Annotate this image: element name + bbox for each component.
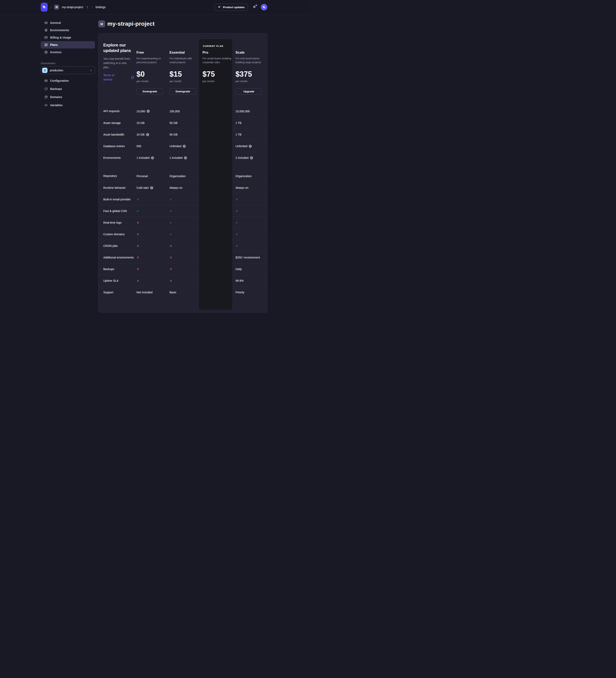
plan-price: $15 [169,70,203,78]
downgrade-button-free[interactable]: Downgrade [136,88,163,95]
feature-value: ✓ [136,197,169,201]
feature-label: Repository [103,174,134,178]
feature-row-environments: Environments1 includedi1 includedi1 incl… [98,152,267,163]
info-icon[interactable]: i [146,133,149,136]
feature-value-text: 100,000 [169,110,180,113]
sidebar-item-plans[interactable]: Plans [41,41,95,48]
info-icon[interactable]: i [150,186,153,189]
feature-value: ✓ [236,244,268,248]
feature-label: Custom domains [103,232,134,236]
environment-layers-icon [42,68,47,73]
feature-value: ✕ [136,232,169,236]
check-icon: ✓ [169,209,172,213]
breadcrumb-section: Settings [95,5,106,9]
feature-value: Always on [236,186,268,189]
feature-value: Basic [169,291,203,294]
check-icon: ✓ [169,232,172,236]
feature-value: ✕ [136,267,169,271]
feature-value: 2 includedi [236,156,268,159]
sidebar-env-item-backups[interactable]: Backups [41,85,95,93]
feature-value-text: $250 / environment [236,256,260,259]
sidebar-item-invoices[interactable]: Invoices [41,48,95,56]
feature-row-built-in-email-provider: Built-in email provider✓✓✓✓ [98,193,267,205]
info-icon[interactable]: i [147,110,150,113]
info-icon[interactable]: i [249,145,252,148]
plan-name: Free [136,50,169,54]
downgrade-button-essential[interactable]: Downgrade [169,88,196,95]
info-icon[interactable]: i [250,156,253,159]
feature-value-text: 500 [136,145,141,148]
page-layout: GeneralEnvironmentsBilling & UsagePlansI… [0,14,308,312]
feature-label: Backups [103,267,134,271]
project-switcher-icon[interactable] [86,5,89,9]
sidebar-env-item-variables[interactable]: Variables [41,101,95,109]
plan-name: Scale [236,50,268,54]
cross-icon: ✕ [136,232,139,236]
feature-row-api-requests: API requests10,000i100,0001,000,00010,00… [98,105,267,117]
feature-value: Priority [236,291,268,294]
sidebar-item-label: Plans [50,43,58,46]
notifications-button[interactable] [252,5,256,9]
environment-nav: ConfigurationBackupsDomainsVariables [41,77,95,109]
plan-price: $375 [236,70,268,78]
feature-value: 1 TB [236,121,268,124]
plan-description: For experimenting or personal projects [136,57,165,68]
top-navbar: / M my-strapi-project / Settings Product… [0,0,308,14]
external-link-icon [131,76,134,79]
cross-icon: ✕ [169,267,172,271]
plan-period: per month [236,80,268,83]
refresh-icon [44,87,48,90]
feature-value-text: Organization [236,175,252,178]
feature-value-text: 1 TB [236,133,241,136]
product-updates-button[interactable]: Product updates [214,4,248,11]
terms-of-service-link[interactable]: Terms of service [103,73,134,82]
sidebar-item-general[interactable]: General [41,19,95,27]
sidebar-item-billing-usage[interactable]: Billing & Usage [41,34,95,41]
sidebar-item-label: General [50,21,61,25]
sidebar-item-label: Backups [50,87,62,90]
sidebar-env-item-domains[interactable]: Domains [41,93,95,101]
sidebar-item-label: Invoices [50,50,61,54]
feature-value: 50 GB [169,133,203,136]
feature-value: ✓ [169,209,203,213]
environment-select[interactable]: production [41,67,95,74]
feature-value: 10,000i [136,110,169,113]
avatar[interactable] [261,4,267,10]
feature-value: ✕ [136,221,169,225]
plans-card: Explore our updated plans You may benefi… [98,33,268,312]
feature-label: Additional environments [103,255,134,260]
cross-icon: ✕ [136,221,139,225]
plans-header: Explore our updated plans You may benefi… [98,33,267,105]
feature-value: Organization [169,175,203,178]
check-icon: ✓ [236,244,238,248]
breadcrumb-project-name[interactable]: my-strapi-project [62,5,83,9]
upgrade-button-scale[interactable]: Upgrade [236,88,262,95]
plan-name: Pro [203,50,236,54]
product-updates-label: Product updates [223,6,245,9]
plan-name: Essential [169,50,203,54]
sliders-icon [44,79,48,82]
feature-value: ✓ [169,232,203,236]
feature-value: 10 GBi [136,133,169,136]
feature-row-runtime-behavior: Runtime behaviorCold startiAlways onAlwa… [98,182,267,193]
project-initial-badge: M [54,5,59,9]
info-icon[interactable]: i [183,145,186,148]
check-icon: ✓ [169,197,172,201]
breadcrumb-separator: / [92,5,92,9]
feature-label: Fast & global CDN [103,209,134,213]
feature-row-cron-jobs: CRON jobs✕✕✓✓ [98,240,267,252]
feature-value-text: Unlimited [169,145,181,148]
strapi-cloud-logo[interactable] [41,3,48,12]
feature-value: ✓ [169,197,203,201]
sidebar-env-item-configuration[interactable]: Configuration [41,77,95,85]
settings-sidebar: GeneralEnvironmentsBilling & UsagePlansI… [41,14,95,312]
feature-value-text: Organization [169,175,186,178]
feature-section: API requests10,000i100,0001,000,00010,00… [98,105,267,163]
feature-row-additional-environments: Additional environments✕✕$50 / environme… [98,252,267,263]
info-icon[interactable]: i [184,156,187,159]
feature-label: Built-in email provider [103,197,134,201]
info-icon[interactable]: i [151,156,154,159]
sparkles-icon [217,5,221,9]
check-icon: ✓ [236,232,238,236]
sidebar-item-environments[interactable]: Environments [41,27,95,34]
